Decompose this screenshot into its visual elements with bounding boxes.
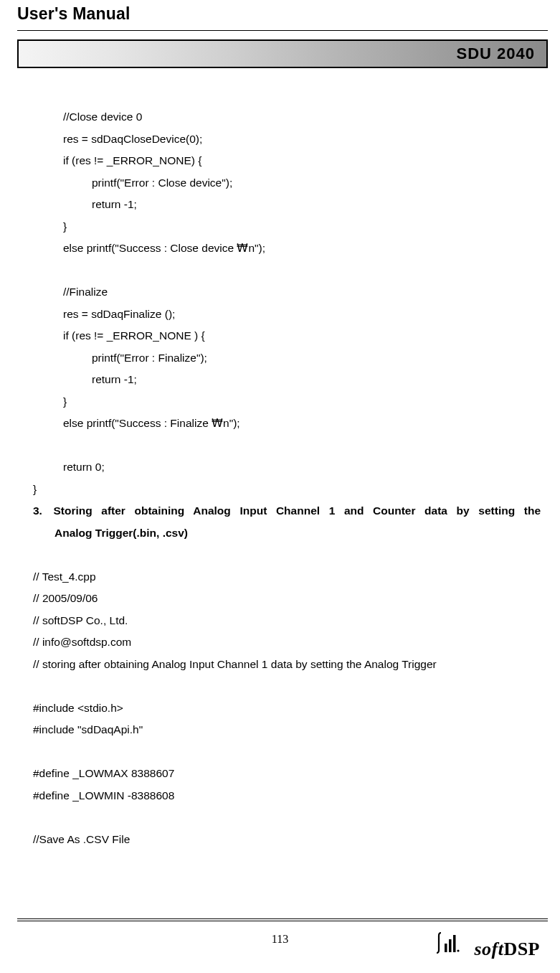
brand-name: softDSP (474, 939, 540, 960)
code-line: return -1; (33, 194, 544, 216)
code-line: //Finalize (33, 281, 544, 304)
code-line: #define _LOWMAX 8388607 (33, 763, 544, 785)
code-line: return 0; (33, 456, 544, 479)
brand-dsp: DSP (503, 939, 540, 959)
code-line: // 2005/09/06 (33, 588, 544, 610)
section-heading: 3. Storing after obtaining Analog Input … (33, 500, 544, 522)
code-line: } (33, 479, 544, 501)
title-rule (17, 30, 548, 31)
code-line: // Test_4.cpp (33, 566, 544, 588)
page-title: User's Manual (17, 4, 130, 24)
svg-point-3 (457, 949, 460, 951)
section-heading-cont: Analog Trigger(.bin, .csv) (33, 522, 544, 545)
code-line: return -1; (33, 369, 544, 391)
code-line: #include "sdDaqApi.h" (33, 719, 544, 741)
code-line: #include <stdio.h> (33, 697, 544, 720)
code-line: if (res != _ERROR_NONE ) { (33, 325, 544, 347)
code-line: res = sdDaqCloseDevice(0); (33, 128, 544, 151)
integral-bars-icon (437, 931, 470, 955)
svg-rect-0 (445, 944, 447, 952)
code-line: res = sdDaqFinalize (); (33, 304, 544, 326)
code-line: printf("Error : Finalize"); (33, 347, 544, 370)
code-line: printf("Error : Close device"); (33, 172, 544, 194)
product-banner: SDU 2040 (17, 39, 548, 68)
code-line: else printf("Success : Finalize ₩n"); (33, 413, 544, 435)
footer-rule (17, 918, 548, 922)
body-content: //Close device 0 res = sdDaqCloseDevice(… (33, 106, 544, 850)
code-line: // info@softdsp.com (33, 631, 544, 654)
code-line: // softDSP Co., Ltd. (33, 610, 544, 632)
svg-rect-2 (453, 935, 456, 952)
code-line: } (33, 216, 544, 238)
code-line: } (33, 391, 544, 413)
code-line: //Save As .CSV File (33, 829, 544, 851)
code-line: // storing after obtaining Analog Input … (33, 654, 544, 676)
code-line: #define _LOWMIN -8388608 (33, 785, 544, 807)
code-line: if (res != _ERROR_NONE) { (33, 150, 544, 172)
product-name: SDU 2040 (456, 44, 535, 63)
brand-logo: softDSP (437, 931, 540, 960)
brand-soft: soft (474, 939, 503, 959)
code-line: else printf("Success : Close device ₩n")… (33, 238, 544, 260)
code-line: //Close device 0 (33, 106, 544, 128)
svg-rect-1 (449, 939, 452, 952)
